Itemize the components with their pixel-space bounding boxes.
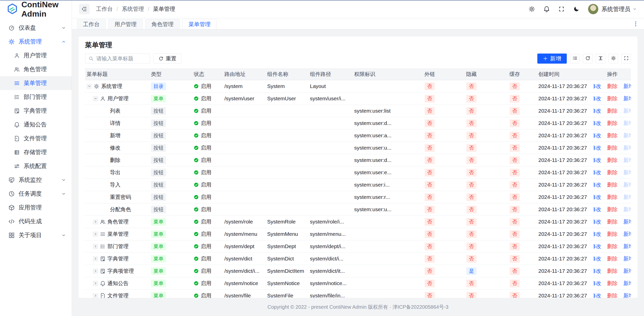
cache-tag: 否 — [510, 280, 520, 287]
delete-link[interactable]: 删除 — [607, 181, 618, 188]
delete-link[interactable]: 删除 — [607, 267, 618, 275]
breadcrumb-item[interactable]: 工作台 — [96, 5, 113, 13]
breadcrumb-item[interactable]: 系统管理 — [122, 5, 144, 13]
tab-workplace[interactable]: 工作台 — [77, 19, 106, 29]
add-child-link[interactable]: 新增 — [623, 292, 631, 298]
refresh-button[interactable] — [583, 54, 592, 63]
collapse-row-button[interactable] — [93, 96, 98, 101]
status-badge: 启用 — [194, 280, 221, 287]
table-row: 用户管理菜单启用/system/userSystemUsersystem/use… — [85, 93, 631, 105]
edit-link[interactable]: 修改 — [594, 206, 601, 213]
edit-link[interactable]: 修改 — [594, 107, 601, 114]
edit-link[interactable]: 修改 — [594, 292, 601, 298]
sidebar-item-codegen[interactable]: 代码生成 — [0, 214, 72, 228]
edit-link[interactable]: 修改 — [594, 83, 601, 90]
sidebar-item-notice[interactable]: 通知公告 — [0, 118, 72, 131]
sidebar-item-role-mgmt[interactable]: 角色管理 — [0, 62, 72, 76]
expand-row-button[interactable] — [93, 268, 98, 274]
add-button[interactable]: 新增 — [537, 54, 567, 64]
delete-link[interactable]: 删除 — [607, 255, 618, 262]
edit-link[interactable]: 修改 — [594, 194, 601, 201]
sidebar-item-storage-mgmt[interactable]: 存储管理 — [0, 145, 72, 159]
edit-link[interactable]: 修改 — [594, 169, 601, 176]
tab-menu-mgmt[interactable]: 菜单管理 — [182, 19, 217, 29]
tab-user-mgmt[interactable]: 用户管理 — [108, 19, 143, 29]
sidebar-item-dict-mgmt[interactable]: 字典管理 — [0, 104, 72, 118]
sidebar-item-system[interactable]: 系统管理 — [0, 35, 72, 49]
edit-link[interactable]: 修改 — [594, 231, 601, 238]
user-menu[interactable]: 系统管理员 — [588, 4, 637, 14]
delete-link[interactable]: 删除 — [607, 83, 618, 90]
edit-link[interactable]: 修改 — [594, 157, 601, 164]
search-input[interactable] — [96, 55, 146, 62]
gear-button[interactable] — [609, 54, 618, 63]
delete-link[interactable]: 删除 — [607, 292, 618, 298]
actions-cell: 修改删除新增 — [594, 292, 631, 298]
sidebar-item-monitor[interactable]: 系统监控 — [0, 173, 72, 187]
delete-link[interactable]: 删除 — [607, 157, 618, 164]
sidebar-item-system-config[interactable]: 系统配置 — [0, 159, 72, 173]
chevron-down-icon — [61, 25, 66, 30]
collapse-row-button[interactable] — [87, 84, 92, 89]
expand-row-button[interactable] — [93, 256, 98, 261]
add-child-link[interactable]: 新增 — [623, 83, 631, 90]
sidebar-item-user-mgmt[interactable]: 用户管理 — [0, 49, 72, 62]
list-button[interactable] — [570, 54, 580, 63]
delete-link[interactable]: 删除 — [607, 120, 618, 127]
delete-link[interactable]: 删除 — [607, 206, 618, 213]
add-child-link[interactable]: 新增 — [623, 95, 631, 102]
sidebar-item-about[interactable]: 关于项目 — [0, 228, 72, 242]
delete-link[interactable]: 删除 — [607, 132, 618, 139]
delete-link[interactable]: 删除 — [607, 218, 618, 225]
edit-link[interactable]: 修改 — [594, 267, 601, 275]
sidebar-item-file-mgmt[interactable]: 文件管理 — [0, 131, 72, 145]
expand-row-button[interactable] — [93, 244, 98, 249]
edit-link[interactable]: 修改 — [594, 120, 601, 127]
expand-row-button[interactable] — [93, 293, 98, 298]
sidebar-item-dashboard[interactable]: 仪表盘 — [0, 21, 72, 35]
edit-link[interactable]: 修改 — [594, 181, 601, 188]
edit-link[interactable]: 修改 — [594, 144, 601, 151]
add-child-link[interactable]: 新增 — [623, 218, 631, 225]
sidebar-item-schedule[interactable]: 任务调度 — [0, 187, 72, 201]
fullscreen-icon[interactable] — [558, 6, 565, 12]
avatar[interactable] — [588, 4, 598, 14]
moon-icon[interactable] — [573, 6, 580, 12]
edit-link[interactable]: 修改 — [594, 218, 601, 225]
tab-role-mgmt[interactable]: 角色管理 — [145, 19, 180, 29]
add-child-link: 新增 — [623, 194, 631, 201]
delete-link[interactable]: 删除 — [607, 243, 618, 250]
sidebar-item-menu-mgmt[interactable]: 菜单管理 — [0, 76, 72, 90]
fullscreen-button[interactable] — [621, 54, 631, 63]
delete-link[interactable]: 删除 — [607, 95, 618, 102]
edit-link[interactable]: 修改 — [594, 280, 601, 287]
delete-link[interactable]: 删除 — [607, 169, 618, 176]
expand-row-button[interactable] — [93, 232, 98, 237]
settings-icon[interactable] — [529, 6, 535, 12]
sidebar-collapse-button[interactable] — [79, 4, 90, 14]
tab-options-icon[interactable] — [632, 21, 639, 27]
edit-link[interactable]: 修改 — [594, 95, 601, 102]
add-child-link[interactable]: 新增 — [623, 267, 631, 275]
expand-row-button[interactable] — [93, 219, 98, 224]
logo[interactable]: ContiNew Admin — [0, 0, 72, 18]
edit-link[interactable]: 修改 — [594, 132, 601, 139]
delete-link[interactable]: 删除 — [607, 194, 618, 201]
add-child-link[interactable]: 新增 — [623, 231, 631, 238]
sidebar-item-dept-mgmt[interactable]: 部门管理 — [0, 90, 72, 104]
delete-link[interactable]: 删除 — [607, 231, 618, 238]
bell-icon[interactable] — [543, 6, 550, 12]
reset-button[interactable]: 重置 — [153, 54, 181, 64]
expand-row-button[interactable] — [93, 281, 98, 286]
add-child-link[interactable]: 新增 — [623, 255, 631, 262]
add-child-link[interactable]: 新增 — [623, 280, 631, 287]
delete-link[interactable]: 删除 — [607, 280, 618, 287]
edit-link[interactable]: 修改 — [594, 255, 601, 262]
add-child-link[interactable]: 新增 — [623, 243, 631, 250]
hidden-tag: 否 — [466, 181, 476, 189]
sidebar-item-app-mgmt[interactable]: 应用管理 — [0, 201, 72, 214]
line-height-button[interactable] — [596, 54, 605, 63]
delete-link[interactable]: 删除 — [607, 144, 618, 151]
edit-link[interactable]: 修改 — [594, 243, 601, 250]
delete-link[interactable]: 删除 — [607, 107, 618, 114]
